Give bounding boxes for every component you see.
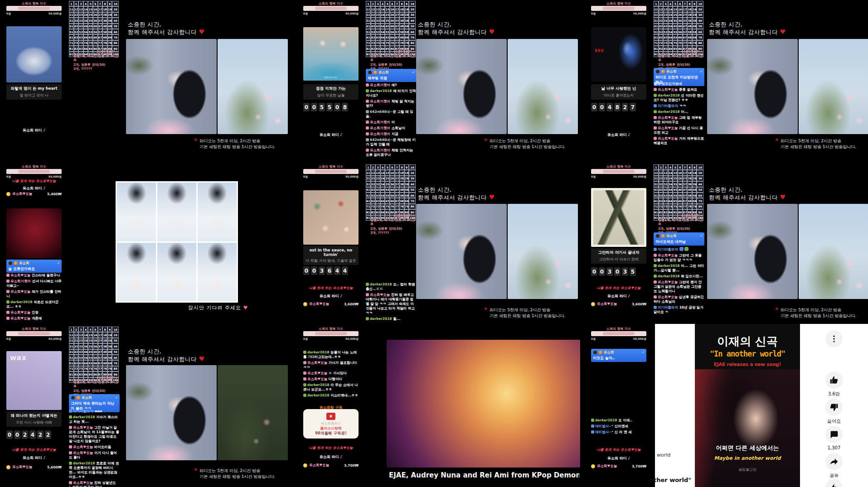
chat-log[interactable]: 유소희♥오늘 인스타에 올렸구나유소희가쪘어 선녀 다시봐도 너무 이쁘고~유소…: [6, 273, 62, 322]
lotto-number-cell[interactable]: 53: [375, 29, 380, 34]
lotto-number-cell[interactable]: 41: [654, 24, 659, 29]
lotto-number-cell[interactable]: 63: [78, 360, 83, 366]
lotto-number-cell[interactable]: 21: [69, 338, 74, 343]
lotto-number-cell[interactable]: 50: [112, 24, 119, 29]
lotto-number-cell[interactable]: 32: [371, 18, 376, 23]
lotto-number-cell[interactable]: 76: [93, 40, 98, 46]
lotto-number-cell[interactable]: 41: [69, 349, 74, 355]
lotto-number-cell[interactable]: 44: [668, 24, 673, 29]
lotto-number-cell[interactable]: 73: [663, 204, 668, 209]
lotto-number-cell[interactable]: 19: [692, 6, 697, 12]
lotto-number-cell[interactable]: 13: [375, 170, 380, 175]
lotto-number-cell[interactable]: 65: [385, 34, 390, 40]
lotto-number-cell[interactable]: 55: [88, 355, 93, 360]
lotto-number-cell[interactable]: 78: [399, 204, 404, 209]
lotto-number-cell[interactable]: 26: [390, 12, 395, 18]
lotto-number-cell[interactable]: 67: [98, 34, 103, 40]
lotto-number-cell[interactable]: 16: [390, 6, 395, 12]
lotto-number-cell[interactable]: 74: [83, 40, 88, 46]
lotto-number-cell[interactable]: 46: [390, 187, 395, 193]
lotto-number-cell[interactable]: 1: [69, 1, 74, 6]
lotto-number-cell[interactable]: 15: [88, 6, 93, 12]
lotto-number-cell[interactable]: 15: [88, 332, 93, 338]
lotto-number-cell[interactable]: 4: [83, 327, 88, 332]
lotto-number-cell[interactable]: 11: [366, 170, 371, 175]
lotto-number-cell[interactable]: 39: [107, 18, 112, 23]
lotto-number-cell[interactable]: 44: [83, 24, 88, 29]
lotto-number-cell[interactable]: 21: [366, 176, 371, 181]
lotto-number-cell[interactable]: 41: [366, 187, 371, 193]
lotto-number-cell[interactable]: 71: [654, 204, 659, 209]
lotto-number-cell[interactable]: 79: [404, 40, 409, 46]
lotto-number-cell[interactable]: 66: [390, 198, 395, 203]
lotto-number-cell[interactable]: 62: [74, 360, 79, 366]
lotto-number-cell[interactable]: 38: [399, 181, 404, 187]
lotto-number-cell[interactable]: 57: [683, 193, 688, 198]
lotto-number-cell[interactable]: 1: [366, 164, 371, 170]
lotto-number-cell[interactable]: 23: [663, 12, 668, 18]
lotto-number-cell[interactable]: 26: [678, 176, 683, 181]
lotto-number-cell[interactable]: 65: [88, 360, 93, 366]
lotto-number-cell[interactable]: 48: [102, 24, 107, 29]
lotto-number-cell[interactable]: 4: [380, 164, 385, 170]
lotto-number-cell[interactable]: 24: [83, 12, 88, 18]
happiness-progressbar[interactable]: [6, 6, 62, 11]
lotto-number-cell[interactable]: 51: [69, 355, 74, 360]
lotto-number-cell[interactable]: 75: [673, 40, 678, 46]
lotto-number-cell[interactable]: 19: [107, 332, 112, 338]
lotto-number-cell[interactable]: 13: [375, 6, 380, 12]
lotto-number-cell[interactable]: 8: [102, 327, 107, 332]
lotto-number-cell[interactable]: 21: [654, 176, 659, 181]
lotto-number-cell[interactable]: 1: [654, 164, 659, 170]
lotto-number-cell[interactable]: 65: [385, 198, 390, 203]
lotto-number-cell[interactable]: 44: [83, 349, 88, 355]
lotto-number-cell[interactable]: 32: [74, 18, 79, 23]
happiness-progressbar[interactable]: [6, 331, 62, 336]
lotto-number-cell[interactable]: 28: [102, 12, 107, 18]
lotto-number-cell[interactable]: 29: [107, 338, 112, 343]
lotto-number-cell[interactable]: 36: [678, 181, 683, 187]
lotto-number-cell[interactable]: 15: [385, 170, 390, 175]
lotto-number-cell[interactable]: 27: [98, 12, 103, 18]
lotto-number-cell[interactable]: 59: [107, 29, 112, 34]
lotto-number-cell[interactable]: 51: [69, 29, 74, 34]
lotto-number-cell[interactable]: 45: [88, 24, 93, 29]
lotto-number-cell[interactable]: 14: [83, 332, 88, 338]
lotto-number-cell[interactable]: 61: [366, 198, 371, 203]
lotto-number-cell[interactable]: 38: [687, 18, 692, 23]
lotto-number-cell[interactable]: 47: [683, 24, 688, 29]
lotto-number-cell[interactable]: 15: [673, 170, 678, 175]
lotto-number-cell[interactable]: 53: [663, 29, 668, 34]
lotto-number-cell[interactable]: 67: [98, 360, 103, 366]
lotto-number-cell[interactable]: 68: [399, 198, 404, 203]
lotto-number-cell[interactable]: 24: [380, 12, 385, 18]
lotto-number-cell[interactable]: 23: [375, 12, 380, 18]
lotto-number-cell[interactable]: 75: [385, 40, 390, 46]
lotto-number-cell[interactable]: 55: [385, 193, 390, 198]
pinned-message[interactable]: 유소희✓재부팅 귀찮: [366, 69, 417, 82]
lotto-number-cell[interactable]: 77: [98, 366, 103, 371]
lotto-number-cell[interactable]: 43: [663, 24, 668, 29]
lotto-number-cell[interactable]: 19: [692, 170, 697, 175]
youtube-shorts-player[interactable]: 이재의 신곡 "In another world" EJAE releases …: [695, 324, 800, 487]
lotto-number-cell[interactable]: 48: [399, 24, 404, 29]
lotto-number-cell[interactable]: 14: [380, 170, 385, 175]
lotto-number-cell[interactable]: 11: [366, 6, 371, 12]
lotto-number-cell[interactable]: 30: [112, 12, 119, 18]
lotto-number-cell[interactable]: 80: [112, 40, 119, 46]
lotto-number-cell[interactable]: 67: [395, 34, 400, 40]
lotto-number-cell[interactable]: 18: [102, 332, 107, 338]
lotto-number-cell[interactable]: 52: [74, 355, 79, 360]
lotto-number-cell[interactable]: 16: [390, 170, 395, 175]
lotto-number-cell[interactable]: 57: [395, 29, 400, 34]
share-button[interactable]: [825, 453, 843, 470]
lotto-number-cell[interactable]: 9: [692, 164, 697, 170]
lotto-number-cell[interactable]: 47: [395, 24, 400, 29]
lotto-number-cell[interactable]: 34: [668, 181, 673, 187]
lotto-number-cell[interactable]: 63: [375, 198, 380, 203]
lotto-number-cell[interactable]: 35: [673, 18, 678, 23]
lotto-number-cell[interactable]: 61: [366, 34, 371, 40]
lotto-number-cell[interactable]: 42: [659, 187, 664, 193]
lotto-number-cell[interactable]: 74: [668, 204, 673, 209]
lotto-number-cell[interactable]: 43: [375, 187, 380, 193]
